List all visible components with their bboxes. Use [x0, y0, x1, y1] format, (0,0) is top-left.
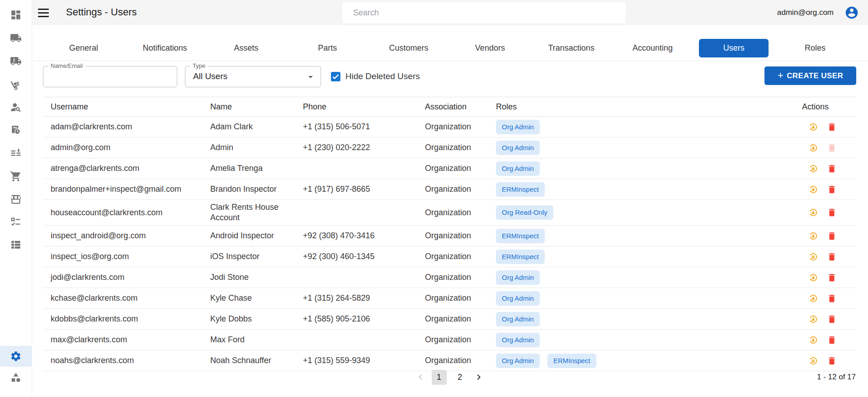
column-header-actions: Actions: [793, 102, 856, 112]
create-user-button-label: CREATE USER: [787, 71, 843, 80]
sidebar-item-person-search[interactable]: [0, 97, 32, 117]
trash-icon[interactable]: [827, 252, 837, 262]
sidebar-item-receipt-clock[interactable]: [0, 120, 32, 140]
tab-parts[interactable]: Parts: [292, 39, 362, 57]
sidebar-item-checklist[interactable]: [0, 212, 32, 232]
role-chip: Org Admin: [496, 354, 540, 368]
role-chip: ERMInspect: [496, 250, 545, 264]
shapes-icon: [10, 372, 22, 383]
cell-name: Kyle Chase: [203, 293, 295, 303]
trash-icon[interactable]: [827, 314, 837, 324]
sidebar-item-shopping-cart[interactable]: [0, 166, 32, 186]
account-circle-icon[interactable]: [844, 5, 859, 20]
lock-reset-icon[interactable]: [808, 293, 818, 303]
cell-phone: +1 (585) 905-2106: [295, 314, 417, 324]
tab-accounting[interactable]: Accounting: [618, 39, 688, 57]
sidebar-item-shapes[interactable]: [0, 368, 32, 388]
tab-roles[interactable]: Roles: [780, 39, 850, 57]
page-title: Settings - Users: [66, 6, 137, 18]
tab-transactions[interactable]: Transactions: [537, 39, 606, 57]
person-search-icon: [10, 101, 22, 113]
hamburger-menu-icon[interactable]: [38, 7, 51, 19]
cell-association: Organization: [417, 208, 488, 218]
topbar-right: admin@org.com: [777, 0, 868, 25]
sidebar-item-table-rows[interactable]: [0, 235, 32, 255]
role-chip: Org Admin: [496, 270, 540, 285]
chevron-right-icon[interactable]: [473, 372, 484, 383]
lock-reset-icon[interactable]: [808, 184, 818, 194]
trash-icon[interactable]: [827, 122, 837, 132]
trash-icon[interactable]: [827, 208, 837, 217]
tab-vendors[interactable]: Vendors: [455, 39, 525, 57]
cell-association: Organization: [417, 355, 488, 366]
cell-name: Clark Rents House Account: [203, 202, 295, 223]
cell-name: Admin: [203, 142, 295, 153]
checklist-icon: [10, 216, 22, 228]
lock-reset-icon[interactable]: [808, 273, 818, 283]
trash-icon[interactable]: [827, 335, 837, 345]
lock-reset-icon[interactable]: [808, 335, 818, 345]
lock-reset-icon[interactable]: [808, 143, 818, 153]
trash-icon[interactable]: [827, 356, 837, 366]
cell-actions: [793, 356, 856, 366]
cell-username: brandonpalmer+inspect@gmail.com: [43, 184, 203, 194]
tab-users[interactable]: Users: [699, 39, 769, 57]
cell-association: Organization: [417, 335, 488, 345]
cell-actions: [793, 122, 856, 132]
cell-phone: +1 (230) 020-2222: [295, 142, 417, 153]
sidebar-item-dashboard[interactable]: [0, 5, 32, 25]
lock-reset-icon[interactable]: [808, 122, 818, 132]
create-user-button[interactable]: + CREATE USER: [764, 66, 856, 85]
cell-association: Organization: [417, 231, 488, 241]
cell-phone: +1 (315) 264-5829: [295, 293, 417, 303]
page-button-1[interactable]: 1: [432, 370, 447, 385]
search-input[interactable]: [342, 2, 626, 23]
cell-username: atrenga@clarkrents.com: [43, 163, 203, 174]
sidebar-item-truck-alert[interactable]: [0, 51, 32, 71]
role-chip: Org Read-Only: [496, 205, 553, 220]
hide-deleted-checkbox[interactable]: [331, 72, 340, 81]
tab-customers[interactable]: Customers: [374, 39, 443, 57]
cell-roles: Org Admin: [488, 120, 793, 134]
tab-notifications[interactable]: Notifications: [130, 39, 200, 57]
users-table: UsernameNamePhoneAssociationRolesActions…: [43, 97, 856, 371]
search-box: [342, 2, 626, 23]
trash-icon[interactable]: [827, 164, 837, 174]
cell-name: Jodi Stone: [203, 272, 295, 283]
cell-association: Organization: [417, 251, 488, 262]
sidebar-item-storefront[interactable]: [0, 189, 32, 209]
cell-actions: [793, 293, 856, 303]
sidebar-item-settings-gear[interactable]: [0, 346, 32, 367]
sidebar-item-hand-truck[interactable]: [0, 74, 32, 94]
page-button-2[interactable]: 2: [453, 370, 467, 385]
truck-icon: [10, 32, 22, 44]
cell-name: Android Inspector: [203, 231, 295, 241]
trash-icon[interactable]: [827, 273, 837, 283]
cell-roles: ERMInspect: [488, 250, 793, 264]
receipt-clock-icon: [10, 124, 22, 136]
lock-reset-icon[interactable]: [808, 164, 818, 174]
tab-assets[interactable]: Assets: [212, 39, 281, 57]
name-email-field-label: Name/Email: [48, 62, 85, 69]
hand-truck-icon: [10, 78, 22, 90]
trash-icon[interactable]: [827, 184, 837, 194]
sidebar-item-truck[interactable]: [0, 28, 32, 48]
lock-reset-icon[interactable]: [808, 208, 818, 217]
lock-reset-icon[interactable]: [808, 252, 818, 262]
cell-association: Organization: [417, 272, 488, 283]
cell-actions: [793, 335, 856, 345]
cell-association: Organization: [417, 142, 488, 153]
trash-icon[interactable]: [827, 293, 837, 303]
sidebar-item-transfer-list[interactable]: [0, 143, 32, 163]
cell-actions: [793, 314, 856, 324]
tab-general[interactable]: General: [49, 39, 118, 57]
cell-username: admin@org.com: [43, 142, 203, 153]
lock-reset-icon[interactable]: [808, 231, 818, 241]
trash-icon[interactable]: [827, 231, 837, 241]
cell-roles: ERMInspect: [488, 182, 793, 197]
lock-reset-icon[interactable]: [808, 314, 818, 324]
type-select[interactable]: Type All Users: [185, 66, 321, 87]
name-email-input[interactable]: [43, 66, 177, 87]
cell-roles: Org Admin: [488, 333, 793, 347]
lock-reset-icon[interactable]: [808, 356, 818, 366]
